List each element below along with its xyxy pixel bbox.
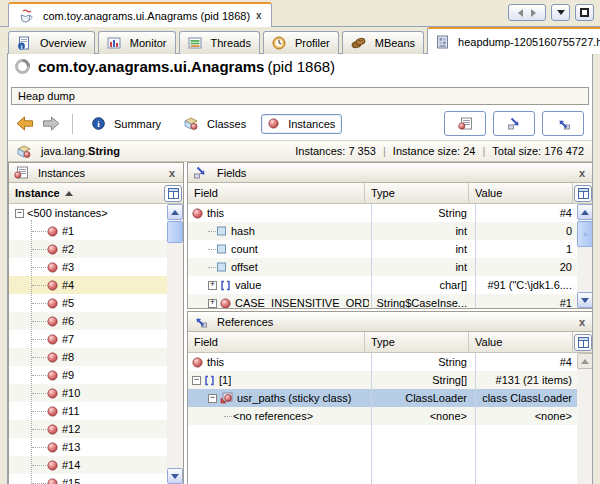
table-row[interactable]: hashint0: [188, 222, 593, 240]
table-row[interactable]: countint1: [188, 240, 593, 258]
table-row[interactable]: thisString#4: [188, 204, 593, 222]
column-type[interactable]: Type: [365, 183, 469, 203]
tab-mbeans[interactable]: MBeans: [342, 31, 424, 54]
tree-expander-icon[interactable]: −: [208, 394, 217, 403]
scroll-up-button[interactable]: [577, 353, 593, 369]
type-cell: char[]: [369, 279, 473, 291]
instances-list: −<500 instances> #1#2#3#4#5#6#7#8#9#10#1…: [9, 204, 183, 484]
list-item[interactable]: #7: [9, 330, 183, 348]
heapdump-view: com.toy.anagrams.ui.Anagrams (pid 1868) …: [7, 53, 593, 484]
instances-view-toggle-button[interactable]: [444, 111, 486, 136]
table-row[interactable]: +CASE_INSENSITIVE_ORDERString$CaseInse..…: [188, 294, 593, 308]
table-row[interactable]: offsetint20: [188, 258, 593, 276]
page-title: com.toy.anagrams.ui.Anagrams (pid 1868): [14, 58, 335, 75]
scroll-left-icon[interactable]: [518, 9, 523, 17]
list-item[interactable]: #10: [9, 384, 183, 402]
close-icon[interactable]: x: [576, 167, 588, 179]
list-item[interactable]: #8: [9, 348, 183, 366]
table-row[interactable]: −[1]String[]#131 (21 items): [188, 371, 593, 389]
chevron-down-icon: [557, 10, 565, 15]
list-item[interactable]: #12: [9, 420, 183, 438]
tree-expander-icon[interactable]: +: [208, 299, 217, 308]
field-name: count: [231, 243, 258, 255]
column-value[interactable]: Value: [469, 183, 573, 203]
scrollbar-thumb[interactable]: [167, 221, 183, 243]
instance-label: #6: [62, 315, 74, 327]
tab-profiler[interactable]: Profiler: [263, 31, 339, 54]
instance-label-cell: #5: [9, 297, 167, 309]
column-value[interactable]: Value: [469, 332, 573, 352]
list-item[interactable]: −<500 instances>: [9, 204, 183, 222]
close-icon[interactable]: x: [256, 11, 262, 21]
column-field[interactable]: Field: [188, 332, 365, 352]
tab-scroll-buttons[interactable]: [508, 4, 546, 21]
field-name: hash: [231, 225, 255, 237]
table-row[interactable]: thisString#4: [188, 353, 593, 371]
instance-label: #14: [62, 459, 80, 471]
tree-expander-icon[interactable]: −: [15, 209, 24, 218]
scroll-down-button[interactable]: [577, 292, 593, 308]
instance-icon: [47, 352, 58, 363]
table-settings-button[interactable]: [574, 185, 592, 202]
instance-icon: [47, 478, 58, 484]
type-cell: String[]: [369, 374, 473, 386]
list-item[interactable]: #3: [9, 258, 183, 276]
column-instance[interactable]: Instance: [9, 183, 163, 203]
document-tab-bar: iOverviewMonitorThreadsProfilerMBeanshea…: [8, 27, 600, 54]
tab-list-dropdown-button[interactable]: [551, 4, 570, 21]
tree-connector: [32, 483, 46, 484]
table-row[interactable]: <no references><none><none>: [188, 407, 593, 425]
column-field[interactable]: Field: [188, 183, 365, 203]
list-item[interactable]: #14: [9, 456, 183, 474]
list-item[interactable]: #6: [9, 312, 183, 330]
type-cell: String: [369, 207, 473, 219]
tree-connector: [32, 285, 46, 286]
tree-expander-icon[interactable]: −: [192, 376, 201, 385]
column-label: Type: [371, 336, 395, 348]
list-item[interactable]: #11: [9, 402, 183, 420]
scroll-down-button[interactable]: [167, 468, 183, 484]
list-item[interactable]: #2: [9, 240, 183, 258]
instance-label-cell: #1: [9, 225, 167, 237]
table-row[interactable]: −usr_paths (sticky class)ClassLoaderclas…: [188, 389, 593, 407]
field-cell: −usr_paths (sticky class): [188, 392, 369, 404]
back-button[interactable]: [16, 116, 34, 131]
tab-threads[interactable]: Threads: [179, 31, 260, 54]
table-row[interactable]: +valuechar[]#91 ("C:\jdk1.6....: [188, 276, 593, 294]
scrollbar-thumb[interactable]: ≡: [577, 221, 593, 247]
summary-view-button[interactable]: iSummary: [85, 113, 168, 134]
tab-monitor[interactable]: Monitor: [98, 31, 176, 54]
tab-heapdump-1205160755727-hprof[interactable]: heapdump-1205160755727.hprofx: [427, 27, 600, 54]
fields-view-toggle-button[interactable]: [493, 111, 535, 136]
instance-label-cell: #15: [9, 477, 167, 484]
fields-scrollbar[interactable]: ≡: [577, 204, 593, 308]
list-item[interactable]: #4: [9, 276, 183, 294]
instance-icon: [47, 334, 58, 345]
tree-expander-icon[interactable]: +: [208, 281, 217, 290]
instance-icon: [47, 262, 58, 273]
list-item[interactable]: #15: [9, 474, 183, 484]
references-view-toggle-button[interactable]: [542, 111, 584, 136]
list-item[interactable]: #1: [9, 222, 183, 240]
table-settings-button[interactable]: [164, 185, 182, 202]
column-type[interactable]: Type: [365, 332, 469, 352]
table-settings-button[interactable]: [574, 334, 592, 351]
tab-overview[interactable]: iOverview: [8, 31, 95, 54]
close-icon[interactable]: x: [576, 316, 588, 328]
scroll-right-icon[interactable]: [531, 9, 536, 17]
scroll-up-button[interactable]: [577, 204, 593, 220]
instances-scrollbar[interactable]: [167, 204, 183, 484]
maximize-button[interactable]: [575, 4, 594, 21]
scroll-up-button[interactable]: [167, 204, 183, 220]
list-item[interactable]: #9: [9, 366, 183, 384]
forward-button[interactable]: [42, 116, 60, 131]
close-icon[interactable]: x: [166, 167, 178, 179]
application-tab[interactable]: com.toy.anagrams.ui.Anagrams (pid 1868) …: [8, 2, 272, 27]
type-cell: int: [369, 261, 473, 273]
classes-view-button[interactable]: Classes: [176, 113, 253, 134]
list-item[interactable]: #5: [9, 294, 183, 312]
list-item[interactable]: #13: [9, 438, 183, 456]
field-name: this: [207, 207, 224, 219]
references-scrollbar[interactable]: [577, 353, 593, 484]
instances-view-button[interactable]: Instances: [261, 114, 342, 134]
